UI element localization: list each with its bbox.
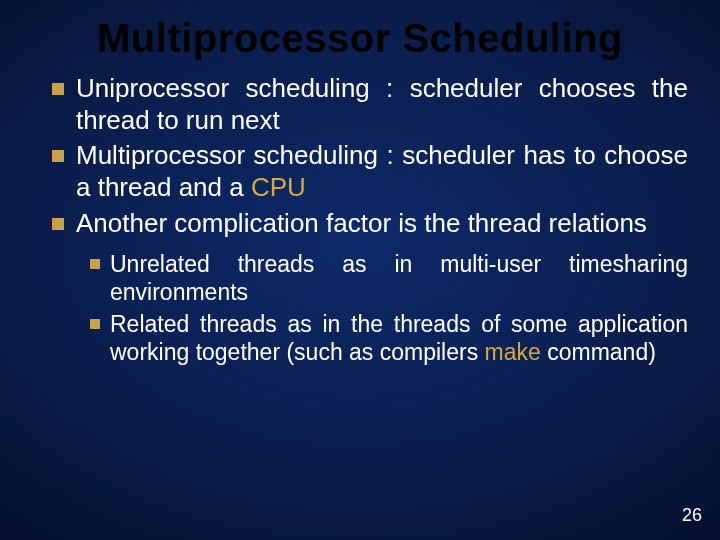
bullet-item: Multiprocessor scheduling : scheduler ha…	[52, 140, 688, 203]
sub-bullet-item: Unrelated threads as in multi-user times…	[52, 250, 688, 306]
bullet-item: Uniprocessor scheduling : scheduler choo…	[52, 73, 688, 136]
bullet-icon	[52, 83, 64, 95]
slide: Multiprocessor Scheduling Uniprocessor s…	[0, 0, 720, 540]
bullet-icon	[90, 319, 100, 329]
sub-bullet-text: Related threads as in the threads of som…	[110, 310, 688, 366]
page-number: 26	[682, 505, 702, 526]
bullet-item: Another complication factor is the threa…	[52, 208, 688, 240]
bullet-text: Uniprocessor scheduling : scheduler choo…	[76, 73, 688, 136]
sub-bullet-text: Unrelated threads as in multi-user times…	[110, 250, 688, 306]
bullet-text: Another complication factor is the threa…	[76, 208, 688, 240]
bullet-icon	[52, 150, 64, 162]
bullet-icon	[52, 218, 64, 230]
slide-body: Uniprocessor scheduling : scheduler choo…	[0, 73, 720, 366]
sub-bullet-group: Unrelated threads as in multi-user times…	[52, 250, 688, 366]
sub-bullet-item: Related threads as in the threads of som…	[52, 310, 688, 366]
bullet-text: Multiprocessor scheduling : scheduler ha…	[76, 140, 688, 203]
slide-title: Multiprocessor Scheduling	[0, 0, 720, 73]
bullet-icon	[90, 259, 100, 269]
